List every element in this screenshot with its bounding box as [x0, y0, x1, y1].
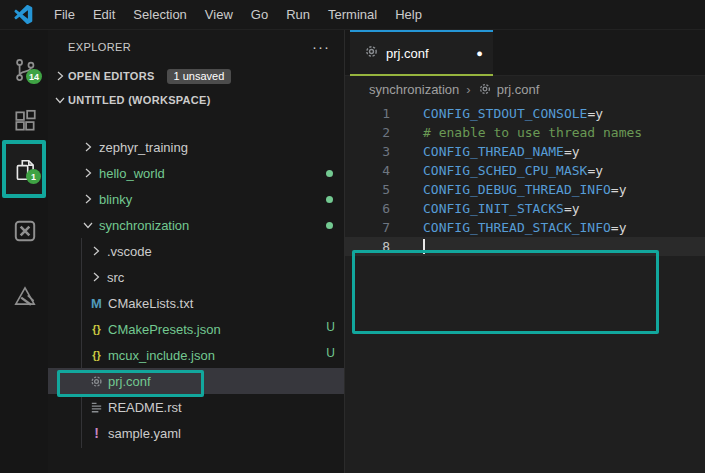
line-content: CONFIG_SCHED_CPU_MASK=y	[390, 161, 603, 180]
git-modified-dot	[326, 170, 333, 177]
chevron-right-icon	[80, 165, 96, 181]
menu-item-view[interactable]: View	[196, 0, 242, 29]
breadcrumb-file[interactable]: prj.conf	[478, 82, 540, 97]
menu-item-terminal[interactable]: Terminal	[319, 0, 386, 29]
menu-bar: FileEditSelectionViewGoRunTerminalHelp	[0, 0, 705, 30]
tree-item-label: hello_world	[99, 166, 165, 181]
tab-prj-conf[interactable]: prj.conf ●	[350, 30, 493, 76]
git-untracked-badge: U	[326, 346, 335, 360]
tree-item-label: blinky	[99, 192, 132, 207]
tree-item-src[interactable]: src	[48, 264, 344, 290]
line-number: 4	[345, 161, 390, 180]
tree-item-cmakelists-txt[interactable]: MCMakeLists.txt	[48, 290, 344, 316]
chevron-right-icon	[52, 68, 68, 84]
tree-item--vscode[interactable]: .vscode	[48, 238, 344, 264]
tree-item-readme-rst[interactable]: README.rst	[48, 394, 344, 420]
chevron-down-icon	[52, 92, 68, 108]
gear-icon	[478, 82, 492, 96]
tree-item-zephyr-training[interactable]: zephyr_training	[48, 134, 344, 160]
line-number: 1	[345, 104, 390, 123]
chevron-right-icon	[88, 243, 104, 259]
activity-x-extension-icon[interactable]	[12, 218, 38, 244]
activity-extensions-icon[interactable]	[12, 108, 38, 134]
line-content: CONFIG_STDOUT_CONSOLE=y	[390, 104, 603, 123]
code-line-7[interactable]: 7CONFIG_THREAD_STACK_INFO=y	[345, 218, 705, 237]
tree-item-synchronization[interactable]: synchronization	[48, 212, 344, 238]
breadcrumb-file-label: prj.conf	[497, 82, 540, 97]
chevron-right-icon	[80, 191, 96, 207]
line-number: 3	[345, 142, 390, 161]
breadcrumb-separator: ›	[466, 82, 470, 97]
activity-bar: 141	[0, 30, 48, 473]
vscode-logo-icon	[14, 5, 33, 24]
menu-item-selection[interactable]: Selection	[124, 0, 195, 29]
code-line-1[interactable]: 1CONFIG_STDOUT_CONSOLE=y	[345, 104, 705, 123]
code-line-4[interactable]: 4CONFIG_SCHED_CPU_MASK=y	[345, 161, 705, 180]
line-number: 8	[345, 237, 390, 256]
tree-item-cmakepresets-json[interactable]: {}CMakePresets.jsonU	[48, 316, 344, 342]
activity-badge: 1	[26, 169, 41, 184]
line-number: 2	[345, 123, 390, 142]
line-number: 7	[345, 218, 390, 237]
tab-label: prj.conf	[386, 46, 429, 61]
code-line-3[interactable]: 3CONFIG_THREAD_NAME=y	[345, 142, 705, 161]
menu-item-go[interactable]: Go	[242, 0, 277, 29]
menu-item-help[interactable]: Help	[386, 0, 431, 29]
line-content: CONFIG_THREAD_NAME=y	[390, 142, 580, 161]
tree-item-mcux-include-json[interactable]: {}mcux_include.jsonU	[48, 342, 344, 368]
tree-item-label: CMakeLists.txt	[108, 296, 193, 311]
text-cursor	[423, 239, 425, 254]
readme-list-icon	[88, 399, 105, 415]
code-line-2[interactable]: 2# enable to use thread names	[345, 123, 705, 142]
tab-bar: prj.conf ●	[345, 30, 705, 76]
chevron-right-icon	[88, 269, 104, 285]
menu-item-run[interactable]: Run	[277, 0, 319, 29]
activity-source-control-icon[interactable]: 14	[12, 57, 38, 83]
tree-item-label: sample.yaml	[108, 426, 181, 441]
menu-item-file[interactable]: File	[45, 0, 84, 29]
more-actions-button[interactable]: ···	[312, 42, 330, 52]
tree-item-label: mcux_include.json	[108, 348, 215, 363]
tree-item-label: README.rst	[108, 400, 182, 415]
tree-item-label: zephyr_training	[99, 140, 188, 155]
modified-dot-icon[interactable]: ●	[476, 47, 483, 59]
vscode-window: FileEditSelectionViewGoRunTerminalHelp 1…	[0, 0, 705, 473]
json-braces-icon: {}	[88, 347, 105, 363]
chevron-down-icon	[80, 217, 96, 233]
sidebar-title: EXPLORER	[68, 41, 312, 53]
annotation-box-code	[352, 250, 659, 334]
yaml-exclaim-icon: !	[88, 425, 105, 441]
code-lines: 1CONFIG_STDOUT_CONSOLE=y2# enable to use…	[345, 104, 705, 256]
unsaved-count-badge: 1 unsaved	[167, 69, 232, 84]
open-editors-label: OPEN EDITORS	[68, 70, 155, 82]
git-untracked-badge: U	[326, 320, 335, 334]
activity-tools-icon[interactable]	[12, 283, 38, 309]
activity-explorer-icon[interactable]: 1	[12, 157, 38, 183]
code-line-5[interactable]: 5CONFIG_DEBUG_THREAD_INFO=y	[345, 180, 705, 199]
menu-item-edit[interactable]: Edit	[84, 0, 124, 29]
file-tree: zephyr_traininghello_worldblinkysynchron…	[48, 134, 344, 446]
line-content: CONFIG_INIT_STACKS=y	[390, 199, 580, 218]
line-content	[390, 237, 425, 256]
tree-item-hello-world[interactable]: hello_world	[48, 160, 344, 186]
tree-item-prj-conf[interactable]: prj.conf	[48, 368, 344, 394]
code-line-8[interactable]: 8	[345, 237, 705, 256]
git-modified-dot	[326, 222, 333, 229]
line-content: CONFIG_DEBUG_THREAD_INFO=y	[390, 180, 627, 199]
line-content: CONFIG_THREAD_STACK_INFO=y	[390, 218, 627, 237]
line-content: # enable to use thread names	[390, 123, 642, 142]
code-line-6[interactable]: 6CONFIG_INIT_STACKS=y	[345, 199, 705, 218]
open-editors-section[interactable]: OPEN EDITORS 1 unsaved	[48, 64, 344, 88]
line-number: 6	[345, 199, 390, 218]
workspace-section[interactable]: UNTITLED (WORKSPACE)	[48, 88, 344, 112]
tree-item-label: CMakePresets.json	[108, 322, 221, 337]
chevron-right-icon	[80, 139, 96, 155]
tree-item-sample-yaml[interactable]: !sample.yaml	[48, 420, 344, 446]
breadcrumb: synchronization › prj.conf	[345, 76, 705, 102]
tree-item-label: prj.conf	[108, 374, 151, 389]
editor-area: prj.conf ● synchronization › prj.conf 1C…	[345, 30, 705, 473]
breadcrumb-folder[interactable]: synchronization	[369, 82, 459, 97]
explorer-sidebar: EXPLORER ··· OPEN EDITORS 1 unsaved UNTI…	[48, 30, 345, 473]
workspace-label: UNTITLED (WORKSPACE)	[68, 94, 211, 106]
tree-item-blinky[interactable]: blinky	[48, 186, 344, 212]
